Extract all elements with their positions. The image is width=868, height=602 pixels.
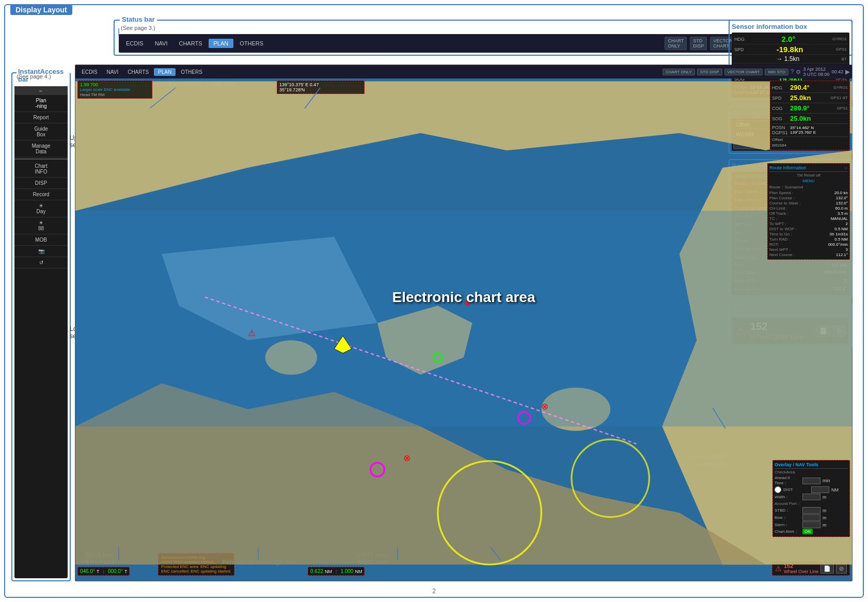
chart-alert-row: Chart Alert： ON — [775, 529, 848, 534]
next-course-row: Next Course :112.1° — [769, 252, 848, 257]
menu-btn[interactable]: MENU — [769, 179, 848, 183]
dist-unit: NM — [831, 487, 839, 493]
dist-label: DIST: — [783, 487, 809, 492]
sidebar-item-disp[interactable]: DISP — [14, 178, 68, 189]
to-wpt-row: To WPT :2 — [769, 221, 848, 226]
svg-text:⊗: ⊗ — [541, 402, 548, 411]
chart-nav-bar: ECDIS NAVI CHARTS PLAN OTHERS CHART ONLY… — [75, 65, 852, 78]
status-tab-charts[interactable]: CHARTS — [173, 39, 207, 48]
overlay-nav-tools-box: Overlay / NAV Tools CheckArea Ahead 0 Ti… — [772, 460, 850, 537]
hdg-label: HDG — [772, 85, 790, 90]
chart-only-btn[interactable]: CHART ONLY — [662, 69, 695, 75]
sensor-spd-label: SPD — [734, 47, 744, 52]
sensor-hdg-source: GYRO1 — [832, 37, 847, 41]
hdg-source: GYRO1 — [833, 85, 848, 90]
status-tab-plan[interactable]: PLAN — [209, 39, 234, 48]
bow-unit: m — [823, 515, 827, 520]
stbd-input[interactable] — [802, 507, 820, 514]
chart-tab-others[interactable]: OTHERS — [177, 68, 207, 76]
route-info-chart: Route Information → TM Reset off MENU Ro… — [767, 163, 850, 260]
scale-value: 1:99 700 — [80, 82, 150, 87]
spd-value: 25.0kn — [790, 94, 830, 102]
chart-time: 00:42 — [831, 69, 843, 74]
chart-tab-charts[interactable]: CHARTS — [123, 68, 153, 76]
svg-rect-7 — [75, 211, 852, 426]
std-disp-btn[interactable]: STDDISP — [690, 37, 707, 50]
sidebar-item-report[interactable]: Report — [14, 112, 68, 123]
sidebar-item-chart-info[interactable]: ChartINFO — [14, 161, 68, 178]
sensor-spd-main-row: SPD -19.8kn GPS1 — [733, 44, 848, 55]
stern-label: Stern： — [775, 522, 800, 528]
status-tab-navi[interactable]: NAVI — [150, 39, 173, 48]
chart-tab-ecdis[interactable]: ECDIS — [77, 68, 102, 76]
tc-row: TC :MANUAL — [769, 216, 848, 221]
sensor-spd-value: -19.8kn — [777, 45, 803, 54]
svg-text:⊗: ⊗ — [403, 453, 411, 463]
cog-row: COG 289.9° GPS1 — [772, 103, 848, 114]
sidebar-item-brightness[interactable]: ☀88 — [14, 217, 68, 234]
cursor-position-box: 139°10.375' E 0.47 35°19.728'N — [277, 81, 365, 94]
width-row: Width： m — [775, 494, 848, 500]
chart-alert-on[interactable]: ON — [802, 529, 813, 534]
std-disp-btn[interactable]: STD DISP — [697, 69, 722, 75]
course-steer-row: Course to Steer :132.0° — [769, 201, 848, 205]
bow-input[interactable] — [802, 514, 820, 521]
page-number: 2 — [432, 588, 436, 595]
scale-sublabel: Larger scale ENC available — [80, 87, 150, 92]
offset-row: Offset — [772, 137, 848, 142]
stbd-unit: m — [823, 508, 827, 513]
stbd-label: STBD： — [775, 508, 800, 513]
dist-input[interactable] — [811, 486, 829, 493]
ahead-time-label: Ahead 0 Time： — [775, 476, 800, 486]
sensor-spd-source: GPS1 — [836, 47, 847, 52]
sensor-chart-box: HDG 290.4° GYRO1 SPD 25.0kn GPS1 BT COG … — [770, 81, 850, 150]
chart-tab-navi[interactable]: NAVI — [103, 68, 123, 76]
sidebar-item-guide[interactable]: GuideBox — [14, 123, 68, 140]
sidebar-item-mob[interactable]: MOB — [14, 234, 68, 246]
hdg-row: HDG 290.4° GYRO1 — [772, 83, 848, 93]
tm-reset: TM Reset off — [769, 173, 848, 178]
route-name-row: Route：Scenario4 — [769, 184, 848, 190]
cog-source: GPS1 — [837, 106, 848, 110]
sensor-spd-sub-value: → 1.5kn — [777, 55, 800, 62]
spd-source: GPS1 BT — [830, 96, 848, 100]
sidebar-item-rotate[interactable]: ↺ — [14, 257, 68, 268]
spd-label: SPD — [772, 96, 790, 101]
bow-row: Bow： m — [775, 514, 848, 521]
ahead-time-input[interactable] — [802, 478, 820, 484]
stern-row: Stern： m — [775, 521, 848, 528]
width-unit: m — [823, 495, 827, 500]
dist-radio[interactable] — [775, 486, 781, 493]
chart-only-btn[interactable]: CHARTONLY — [665, 37, 687, 50]
overlay-tools-title: Overlay / NAV Tools — [775, 462, 848, 469]
sensor-hdg-row: HDG 2.0° GYRO1 — [733, 34, 848, 44]
vector-chart-btn[interactable]: VECTOR CHART — [724, 69, 763, 75]
sidebar-item-camera[interactable]: 📷 — [14, 246, 68, 257]
chart-display[interactable]: ECDIS NAVI CHARTS PLAN OTHERS CHART ONLY… — [75, 65, 853, 581]
check-area: CheckArea — [775, 470, 848, 474]
chart-nav-right: CHART ONLY STD DISP VECTOR CHART IMO STD… — [662, 67, 850, 77]
stern-input[interactable] — [802, 521, 820, 528]
sog-row: SOG 25.0kn — [772, 114, 848, 124]
sidebar-item-manage[interactable]: ManageData — [14, 140, 68, 157]
stern-unit: m — [823, 522, 827, 528]
sensor-hdg-value: 2.0° — [782, 35, 796, 43]
sidebar-item-record[interactable]: Record — [14, 189, 68, 200]
chart-tab-plan[interactable]: PLAN — [154, 68, 176, 76]
instant-access-sublabel: (See page 4.) — [17, 73, 51, 80]
rot-row: ROT:000.0°/min — [769, 242, 848, 247]
head-mode: Head TM RM — [80, 92, 150, 97]
sidebar-back-arrow[interactable]: ← — [14, 86, 68, 95]
sog-label: SOG — [772, 116, 790, 121]
width-input[interactable] — [802, 494, 820, 500]
ahead-time-row: Ahead 0 Time： min — [775, 476, 848, 486]
dist-row: DIST: NM — [775, 486, 848, 493]
status-tab-others[interactable]: OTHERS — [234, 39, 269, 48]
sidebar-item-day[interactable]: ☀Day — [14, 200, 68, 217]
imo-std-btn[interactable]: IMO STD — [765, 69, 788, 75]
posn-label: POSNDGPS1 — [772, 125, 790, 135]
status-tab-ecdis[interactable]: ECDIS — [121, 39, 149, 48]
scale-box: 1:99 700 Larger scale ENC available Head… — [77, 81, 152, 99]
sidebar-item-planning[interactable]: Plan-ning — [14, 95, 68, 112]
wgs-row: WGS84 — [772, 142, 848, 148]
